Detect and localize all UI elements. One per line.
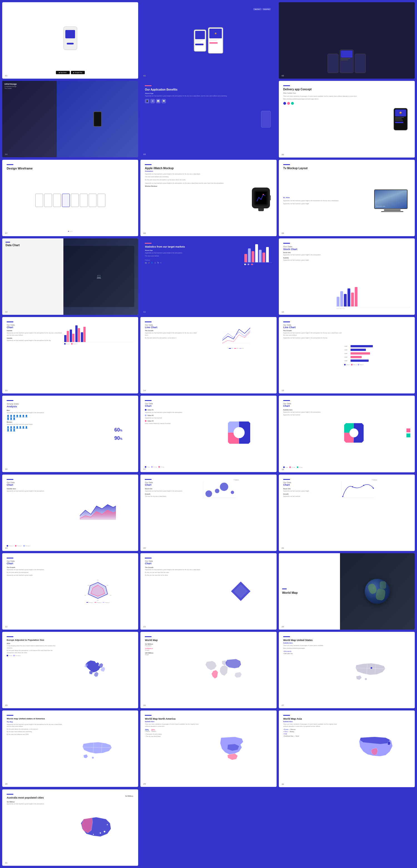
slide-21: Our Data Chart Stock Info Apparently we …: [279, 474, 415, 551]
svg-marker-57: [356, 676, 362, 680]
svg-marker-50: [220, 665, 228, 676]
slide-09-title: Tv Mockup Layout: [283, 167, 410, 170]
slide-08: Apple iWatch Mockup Animation Apparently…: [140, 160, 276, 236]
svg-point-27: [373, 488, 374, 489]
slide-27-title: World Map United States: [283, 639, 334, 642]
slide-number-10: 10: [5, 311, 7, 313]
slide-16-title: Analysis: [7, 405, 113, 408]
svg-point-78: [93, 834, 94, 835]
slide-number-21: 21: [281, 547, 284, 549]
slide-25: Europe Adjusted to Population Size 2019 …: [2, 632, 138, 708]
slide-number-03: 03: [281, 74, 284, 77]
slide-19: Our Data Chart Subtitle here Apparently …: [2, 474, 138, 551]
svg-point-77: [107, 824, 108, 825]
slide-number-22: 22: [5, 625, 7, 628]
svg-point-12: [350, 429, 358, 437]
slide-22: Our Data Chart The Growth Apparently we …: [2, 553, 138, 630]
slide-22-title: Chart: [7, 562, 60, 565]
svg-text:C3: C3: [110, 595, 112, 596]
slide-18-title: Chart: [283, 405, 343, 407]
slide-24-title: World Map: [282, 591, 337, 594]
svg-text:C5: C5: [85, 595, 86, 596]
slide-number-28: 28: [5, 783, 7, 785]
slide-number-18: 18: [281, 468, 284, 471]
svg-point-18: [205, 490, 212, 497]
svg-point-58: [365, 678, 367, 680]
svg-marker-44: [94, 672, 98, 677]
svg-point-20: [220, 483, 228, 491]
svg-text:C1: C1: [97, 580, 99, 581]
svg-point-21: [231, 491, 234, 494]
svg-marker-52: [235, 672, 242, 678]
slide-number-24: 24: [281, 625, 284, 628]
svg-point-59: [370, 667, 372, 669]
slide-06: Delivery app Concept Write Subtitle Here…: [279, 81, 415, 157]
slide-number-20: 20: [143, 547, 146, 549]
slide-number-07: 07: [5, 232, 7, 235]
slide-31-title: Australia most populated cities: [7, 796, 57, 800]
svg-point-24: [342, 496, 343, 497]
slide-30-title: World Map Asia: [283, 717, 340, 720]
slide-12-title: Stock Chart: [283, 248, 335, 251]
slide-number-12: 12: [281, 311, 284, 313]
slide-number-14: 14: [143, 389, 146, 392]
svg-text:C6: C6: [88, 585, 89, 586]
slide-number-06: 06: [281, 153, 284, 156]
slide-number-29: 29: [143, 783, 146, 785]
svg-point-8: [234, 427, 245, 438]
slide-number-25: 25: [5, 704, 7, 707]
slide-17: Our Data Chart Value #1 Apparently we ha…: [140, 396, 276, 472]
slide-28-title: World map United states of America: [7, 717, 63, 720]
slide-20: Our Data Chart Stock Info Apparently we …: [140, 474, 276, 551]
slide-number-19: 19: [5, 547, 7, 549]
slides-grid: ▶ App Store ▶ Google Play 01 App Store G…: [0, 0, 417, 868]
svg-point-25: [352, 486, 353, 487]
slide-number-16: 16: [5, 468, 7, 470]
slide-05-subtitle: About App: [145, 93, 258, 94]
slide-11-title: Statistics from our target markets: [145, 245, 242, 249]
slide-05-title: Our Application Benefits: [145, 88, 258, 91]
svg-rect-0: [256, 192, 267, 204]
slide-21-title: Chart: [283, 484, 337, 486]
slide-14: Our Data Line Chart The Growth Apparentl…: [140, 317, 276, 394]
svg-marker-51: [226, 659, 241, 668]
slide-28: World map United states of America The M…: [2, 710, 138, 787]
slide-01: ▶ App Store ▶ Google Play 01: [2, 2, 138, 79]
slide-12: Our Data Stock Chart Stock Info Apparent…: [279, 238, 415, 315]
slide-number-26: 26: [143, 704, 146, 707]
slide-23: Our Data Chart The Growth Apparently we …: [140, 553, 276, 630]
slide-26-title: World Map: [145, 639, 176, 642]
slide-number-27: 27: [281, 704, 284, 707]
slide-29-title: World Map North America: [145, 717, 201, 720]
svg-marker-48: [212, 670, 218, 679]
svg-marker-43: [98, 663, 103, 668]
svg-marker-53: [356, 663, 385, 675]
svg-point-26: [363, 485, 364, 486]
slide-24: World Map 24: [279, 553, 415, 630]
slide-23-title: Chart: [145, 562, 208, 565]
slide-number-01: 01: [5, 74, 7, 77]
slide-25-title: Europe Adjusted to Population Size: [7, 639, 57, 642]
svg-marker-47: [205, 661, 216, 670]
slide-12-label: Our Data: [283, 245, 335, 248]
slide-13-title: Chart: [7, 326, 63, 329]
slide-08-subtitle: Animation: [145, 170, 248, 172]
slide-number-05: 05: [143, 153, 146, 156]
svg-point-65: [92, 756, 94, 758]
svg-point-76: [99, 832, 101, 834]
svg-point-1: [263, 194, 264, 195]
svg-marker-64: [83, 754, 88, 758]
slide-19-title: Chart: [7, 484, 60, 486]
slide-02: App Store Google Play 📦 02: [140, 2, 276, 79]
slide-07-title: Design Wireframe: [7, 167, 134, 170]
slide-05: Our Application Benefits About App Appar…: [140, 81, 276, 157]
slide-number-13: 13: [5, 389, 7, 392]
slide-10-title: Data Chart: [5, 244, 60, 247]
slide-number-09: 09: [281, 232, 284, 235]
slide-03: 03: [279, 2, 415, 79]
slide-14-title: Line Chart: [145, 326, 199, 329]
slide-29: World Map North America Subtitle Here Th…: [140, 710, 276, 787]
slide-13: Our Data Chart Subtitle Apparently we ha…: [2, 317, 138, 394]
slide-15: Our Data Line Chart The Growth Apparentl…: [279, 317, 415, 394]
slide-number-08: 08: [143, 232, 146, 235]
